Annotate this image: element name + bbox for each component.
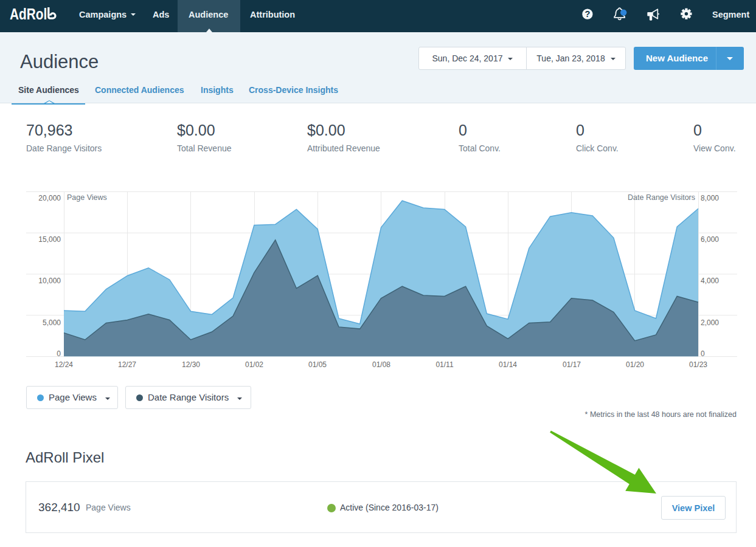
- svg-text:?: ?: [584, 9, 590, 19]
- svg-text:6,000: 6,000: [701, 235, 719, 244]
- svg-text:12/30: 12/30: [182, 360, 200, 369]
- svg-text:15,000: 15,000: [38, 235, 61, 244]
- svg-text:01/14: 01/14: [499, 360, 517, 369]
- svg-text:01/02: 01/02: [245, 360, 263, 369]
- svg-text:01/23: 01/23: [689, 360, 707, 369]
- svg-text:20,000: 20,000: [38, 194, 61, 202]
- svg-text:2,000: 2,000: [701, 318, 719, 327]
- svg-text:4,000: 4,000: [701, 277, 719, 285]
- svg-text:01/05: 01/05: [308, 360, 327, 369]
- svg-text:Date Range Visitors: Date Range Visitors: [628, 193, 695, 202]
- svg-text:01/08: 01/08: [372, 360, 390, 369]
- svg-text:12/27: 12/27: [118, 360, 136, 369]
- svg-text:01/17: 01/17: [563, 360, 581, 369]
- svg-text:0: 0: [701, 349, 705, 358]
- svg-text:Page Views: Page Views: [67, 193, 107, 202]
- svg-text:01/20: 01/20: [626, 360, 644, 369]
- svg-text:8,000: 8,000: [701, 194, 719, 202]
- svg-text:12/24: 12/24: [55, 360, 73, 369]
- svg-text:0: 0: [57, 349, 61, 358]
- svg-text:5,000: 5,000: [43, 318, 61, 327]
- svg-text:01/11: 01/11: [435, 360, 453, 369]
- svg-text:10,000: 10,000: [38, 277, 61, 285]
